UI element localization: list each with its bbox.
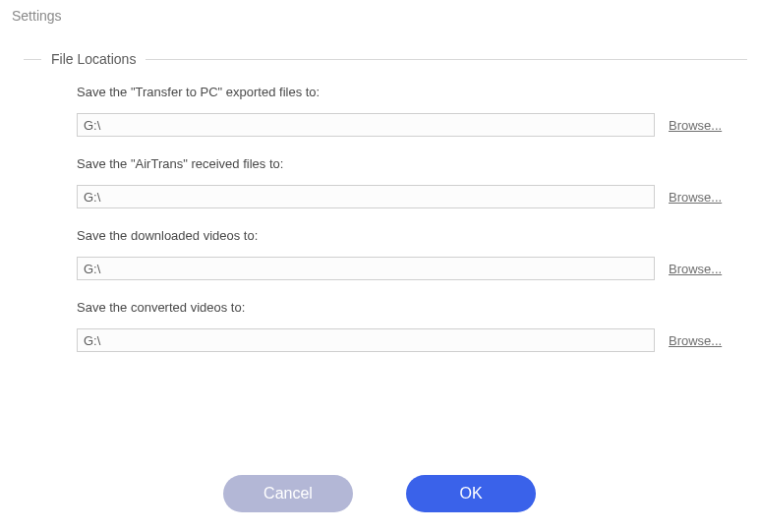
ok-button[interactable]: OK bbox=[406, 475, 536, 512]
file-location-fields: Save the "Transfer to PC" exported files… bbox=[24, 85, 747, 352]
airtrans-path-input[interactable] bbox=[77, 185, 655, 208]
field-row: Browse... bbox=[77, 185, 737, 208]
field-label: Save the "AirTrans" received files to: bbox=[77, 156, 737, 171]
field-row: Browse... bbox=[77, 113, 737, 137]
field-group-downloaded-videos: Save the downloaded videos to: Browse... bbox=[77, 228, 737, 280]
window-title: Settings bbox=[0, 0, 759, 24]
content-area: File Locations Save the "Transfer to PC"… bbox=[0, 24, 759, 352]
field-row: Browse... bbox=[77, 328, 737, 352]
downloaded-videos-path-input[interactable] bbox=[77, 257, 655, 280]
browse-link[interactable]: Browse... bbox=[669, 190, 737, 205]
field-label: Save the downloaded videos to: bbox=[77, 228, 737, 243]
cancel-button[interactable]: Cancel bbox=[223, 475, 353, 512]
field-row: Browse... bbox=[77, 257, 737, 280]
section-header: File Locations bbox=[24, 51, 747, 67]
field-label: Save the converted videos to: bbox=[77, 300, 737, 315]
browse-link[interactable]: Browse... bbox=[669, 118, 737, 133]
divider-right bbox=[146, 59, 747, 60]
field-label: Save the "Transfer to PC" exported files… bbox=[77, 85, 737, 99]
converted-videos-path-input[interactable] bbox=[77, 328, 655, 352]
field-group-airtrans: Save the "AirTrans" received files to: B… bbox=[77, 156, 737, 208]
browse-link[interactable]: Browse... bbox=[669, 333, 737, 348]
browse-link[interactable]: Browse... bbox=[669, 262, 737, 276]
divider-left bbox=[24, 59, 41, 60]
field-group-transfer-to-pc: Save the "Transfer to PC" exported files… bbox=[77, 85, 737, 137]
button-bar: Cancel OK bbox=[0, 475, 759, 512]
section-title: File Locations bbox=[51, 51, 136, 67]
transfer-to-pc-path-input[interactable] bbox=[77, 113, 655, 137]
field-group-converted-videos: Save the converted videos to: Browse... bbox=[77, 300, 737, 352]
